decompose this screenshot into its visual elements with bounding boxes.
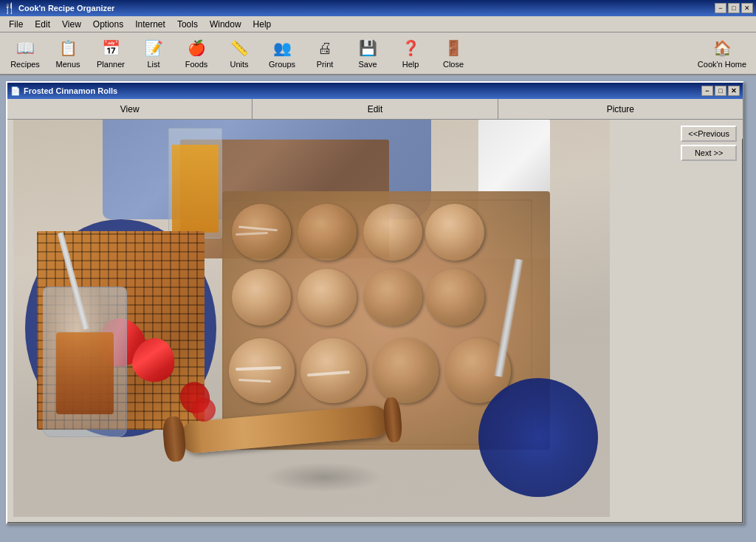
- help-label: Help: [402, 60, 419, 69]
- groups-button[interactable]: 👥 Groups: [261, 35, 303, 72]
- menus-button[interactable]: 📋 Menus: [47, 35, 89, 72]
- cookn-home-button[interactable]: 🏠 Cook'n Home: [693, 35, 752, 72]
- menus-label: Menus: [55, 60, 80, 69]
- list-label: List: [147, 60, 159, 69]
- foods-label: Foods: [185, 60, 208, 69]
- nav-buttons: <<Previous Next >>: [681, 120, 737, 167]
- close-label: Close: [443, 60, 464, 69]
- inner-window-controls: − □ ✕: [701, 86, 740, 96]
- list-button[interactable]: 📝 List: [133, 35, 174, 72]
- inner-tabs: View Edit Picture: [7, 99, 743, 120]
- roll-8: [425, 269, 484, 326]
- print-label: Print: [317, 60, 334, 69]
- roll-7: [363, 269, 422, 326]
- menus-icon: 📋: [58, 38, 78, 58]
- help-button[interactable]: ❓ Help: [390, 35, 431, 72]
- menu-tools[interactable]: Tools: [171, 18, 204, 31]
- roll-3: [363, 204, 422, 261]
- planner-icon: 📅: [100, 38, 121, 58]
- syrup-liquid: [56, 332, 114, 414]
- previous-button[interactable]: <<Previous: [681, 126, 737, 142]
- print-button[interactable]: 🖨 Print: [304, 35, 346, 72]
- menu-view[interactable]: View: [56, 18, 87, 31]
- save-label: Save: [358, 60, 377, 69]
- roll-2: [298, 204, 357, 261]
- foods-button[interactable]: 🍎 Foods: [176, 35, 217, 72]
- roll-5: [232, 269, 291, 326]
- tab-view[interactable]: View: [7, 99, 252, 119]
- title-bar: 🍴 Cook'n Recipe Organizer − □ ✕: [0, 0, 756, 16]
- inner-window-icon: 📄: [10, 86, 21, 96]
- next-button[interactable]: Next >>: [681, 145, 737, 161]
- roll-10: [300, 338, 366, 402]
- groups-label: Groups: [269, 60, 295, 69]
- toolbar: 📖 Recipes 📋 Menus 📅 Planner 📝 List 🍎 Foo…: [0, 32, 756, 75]
- recipes-label: Recipes: [10, 60, 40, 69]
- menu-window[interactable]: Window: [204, 18, 247, 31]
- inner-close-button[interactable]: ✕: [728, 86, 740, 96]
- roll-6: [298, 269, 357, 326]
- menu-bar: File Edit View Options Internet Tools Wi…: [0, 16, 756, 32]
- menu-help[interactable]: Help: [247, 18, 278, 31]
- units-icon: 📏: [229, 38, 250, 58]
- list-icon: 📝: [143, 38, 164, 58]
- recipes-icon: 📖: [15, 38, 35, 58]
- maximize-button[interactable]: □: [728, 3, 740, 13]
- menu-internet[interactable]: Internet: [129, 18, 171, 31]
- inner-title-bar: 📄 Frosted Cinnamon Rolls − □ ✕: [7, 83, 743, 99]
- recipe-photo: [13, 120, 610, 517]
- menu-edit[interactable]: Edit: [29, 18, 56, 31]
- planner-label: Planner: [97, 60, 125, 69]
- menu-file[interactable]: File: [3, 18, 29, 31]
- minimize-button[interactable]: −: [715, 3, 726, 13]
- print-icon: 🖨: [315, 38, 335, 58]
- roll-11: [373, 338, 439, 402]
- title-bar-left: 🍴 Cook'n Recipe Organizer: [3, 2, 114, 14]
- help-icon: ❓: [400, 38, 421, 58]
- blue-plate-right: [478, 378, 598, 497]
- inner-window-title: Frosted Cinnamon Rolls: [24, 86, 117, 95]
- inner-minimize-button[interactable]: −: [701, 86, 713, 96]
- cookn-home-icon: 🏠: [712, 38, 732, 58]
- close-icon: 🚪: [443, 38, 464, 58]
- oj-glass: [168, 128, 222, 239]
- oj-liquid: [172, 145, 219, 233]
- menu-options[interactable]: Options: [87, 18, 129, 31]
- planner-button[interactable]: 📅 Planner: [90, 35, 131, 72]
- foods-icon: 🍎: [186, 38, 207, 58]
- inner-title-left: 📄 Frosted Cinnamon Rolls: [10, 86, 117, 96]
- title-bar-controls: − □ ✕: [715, 3, 753, 13]
- app-title: Cook'n Recipe Organizer: [18, 4, 114, 13]
- app-close-button[interactable]: ✕: [741, 3, 753, 13]
- inner-window: 📄 Frosted Cinnamon Rolls − □ ✕ View Edit…: [6, 81, 744, 524]
- tab-picture[interactable]: Picture: [498, 99, 743, 119]
- units-label: Units: [230, 60, 248, 69]
- inner-maximize-button[interactable]: □: [715, 86, 726, 96]
- roll-4: [425, 204, 484, 261]
- groups-icon: 👥: [272, 38, 292, 58]
- units-button[interactable]: 📏 Units: [219, 35, 260, 72]
- save-icon: 💾: [357, 38, 378, 58]
- tab-edit[interactable]: Edit: [252, 99, 498, 119]
- cookn-home-label: Cook'n Home: [698, 60, 746, 69]
- close-button[interactable]: 🚪 Close: [433, 35, 474, 72]
- recipes-button[interactable]: 📖 Recipes: [4, 35, 46, 72]
- save-button[interactable]: 💾 Save: [347, 35, 388, 72]
- main-area: 📄 Frosted Cinnamon Rolls − □ ✕ View Edit…: [0, 75, 756, 542]
- app-icon: 🍴: [3, 2, 16, 14]
- food-photo-image: [13, 120, 610, 517]
